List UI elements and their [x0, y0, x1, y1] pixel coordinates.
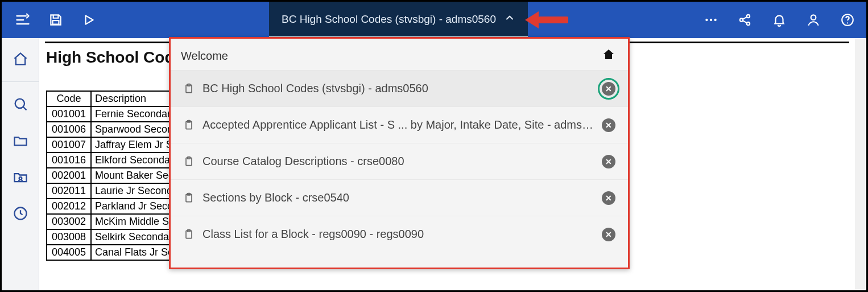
- col-code: Code: [47, 91, 91, 106]
- panel-header: Welcome: [171, 39, 628, 70]
- clipboard-icon: [183, 83, 195, 94]
- open-pages-list: BC High School Codes (stvsbgi) - adms056…: [171, 70, 628, 252]
- folder-icon[interactable]: [12, 132, 29, 149]
- open-page-item-label: Course Catalog Descriptions - crse0080: [202, 155, 594, 168]
- clipboard-icon: [183, 192, 195, 204]
- open-pages-panel: Welcome BC High School Codes (stvsbgi) -…: [169, 37, 630, 269]
- play-icon[interactable]: [80, 11, 97, 28]
- header-right-tools: [702, 2, 856, 38]
- cell-code: 001001: [47, 106, 91, 122]
- panel-welcome-label: Welcome: [181, 50, 228, 63]
- cell-code: 001006: [47, 122, 91, 137]
- open-page-item[interactable]: Class List for a Block - regs0090 - regs…: [171, 216, 628, 252]
- vertical-scrollbar[interactable]: [855, 39, 865, 289]
- user-folder-icon[interactable]: [12, 168, 29, 186]
- open-page-item-label: BC High School Codes (stvsbgi) - adms056…: [202, 82, 594, 95]
- clock-icon[interactable]: [12, 205, 29, 222]
- open-page-tab-label: BC High School Codes (stvsbgi) - adms056…: [282, 13, 496, 26]
- clipboard-icon: [183, 156, 195, 167]
- open-page-tab[interactable]: BC High School Codes (stvsbgi) - adms056…: [269, 2, 528, 38]
- close-page-button[interactable]: ✕: [602, 228, 615, 241]
- svg-point-3: [714, 19, 716, 21]
- cell-code: 003002: [47, 214, 91, 229]
- svg-point-2: [710, 19, 712, 21]
- panel-home-icon[interactable]: [602, 48, 615, 64]
- cell-code: 001007: [47, 137, 91, 153]
- cell-code: 004005: [47, 245, 91, 260]
- more-icon[interactable]: [702, 11, 720, 28]
- left-rail: [2, 38, 39, 290]
- svg-point-9: [847, 22, 848, 23]
- open-page-item[interactable]: Sections by Block - crse0540 ✕: [171, 179, 628, 216]
- home-icon[interactable]: [12, 51, 29, 68]
- svg-point-1: [705, 19, 708, 21]
- close-page-button[interactable]: ✕: [602, 155, 615, 168]
- svg-rect-0: [53, 20, 59, 24]
- top-header: BC High School Codes (stvsbgi) - adms056…: [2, 2, 866, 38]
- open-page-item[interactable]: Course Catalog Descriptions - crse0080 ✕: [171, 143, 628, 179]
- cell-code: 001016: [47, 153, 91, 168]
- rail-divider: [2, 81, 39, 82]
- annotation-arrow: [525, 12, 568, 28]
- open-page-item-label: Class List for a Block - regs0090 - regs…: [202, 228, 594, 241]
- cell-code: 002011: [47, 183, 91, 199]
- cell-code: 002012: [47, 199, 91, 214]
- open-page-item[interactable]: Accepted Apprentice Applicant List - S .…: [171, 106, 628, 143]
- close-page-button[interactable]: ✕: [602, 191, 615, 205]
- chevron-up-icon: [504, 12, 515, 26]
- help-icon[interactable]: [839, 11, 856, 28]
- open-page-item-label: Accepted Apprentice Applicant List - S .…: [202, 118, 594, 131]
- save-icon[interactable]: [47, 11, 64, 28]
- bell-icon[interactable]: [771, 11, 788, 28]
- close-page-button[interactable]: ✕: [602, 82, 615, 96]
- user-icon[interactable]: [805, 11, 822, 28]
- share-icon[interactable]: [737, 11, 754, 28]
- clipboard-icon: [183, 229, 195, 240]
- close-page-button[interactable]: ✕: [602, 118, 615, 132]
- header-left-tools: [2, 11, 97, 28]
- svg-point-7: [811, 15, 816, 20]
- menu-toggle-icon[interactable]: [14, 11, 31, 28]
- cell-code: 002001: [47, 168, 91, 183]
- clipboard-icon: [183, 120, 195, 131]
- search-icon[interactable]: [12, 96, 29, 113]
- svg-point-10: [15, 99, 24, 108]
- open-page-item[interactable]: BC High School Codes (stvsbgi) - adms056…: [171, 70, 628, 106]
- open-page-item-label: Sections by Block - crse0540: [202, 191, 594, 204]
- cell-code: 003008: [47, 229, 91, 245]
